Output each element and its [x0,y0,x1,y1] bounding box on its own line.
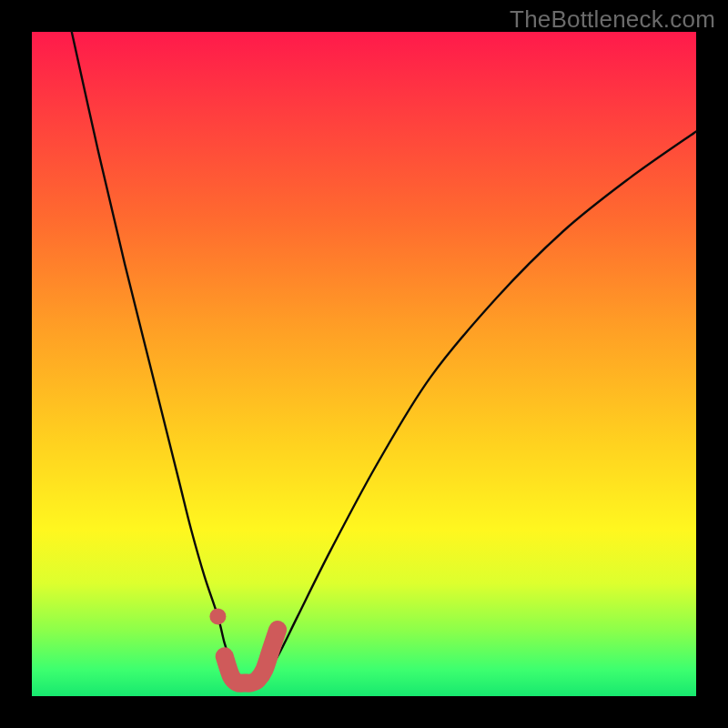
trough-marker-dot [209,608,226,624]
curves-svg [32,32,696,696]
plot-area [32,32,696,696]
chart-frame: TheBottleneck.com [0,0,728,728]
bottleneck-curve [72,32,696,683]
trough-marker [225,630,278,683]
watermark-text: TheBottleneck.com [510,5,715,34]
